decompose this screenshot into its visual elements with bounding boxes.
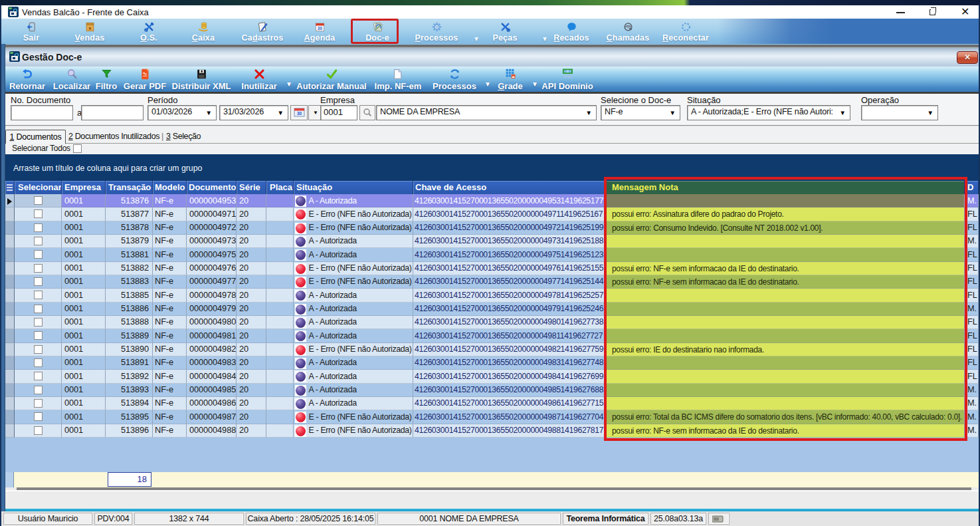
svg-text:30: 30 [317,26,322,31]
svg-text:30: 30 [296,111,302,116]
